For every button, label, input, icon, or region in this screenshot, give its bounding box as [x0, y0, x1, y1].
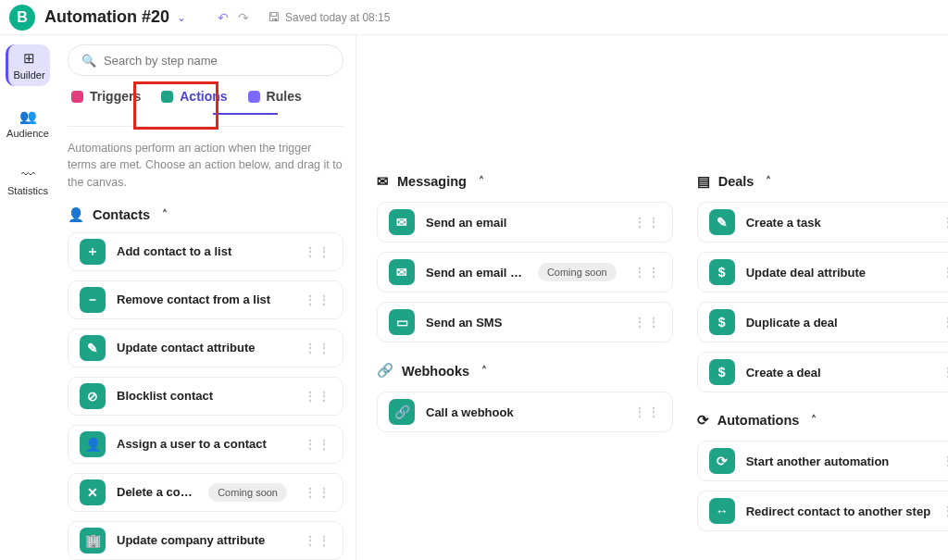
save-icon: 🖫	[268, 10, 280, 24]
action-duplicate-deal[interactable]: $ Duplicate a deal ⋮⋮	[697, 302, 948, 342]
card-label: Create a task	[746, 216, 930, 230]
user-delete-icon: ✕	[80, 479, 106, 505]
section-head-automations[interactable]: ⟳ Automations ˄	[697, 413, 948, 428]
tab-actions-label: Actions	[180, 89, 227, 104]
section-head-messaging[interactable]: ✉ Messaging ˄	[377, 174, 673, 189]
section-head-contacts[interactable]: 👤 Contacts ˄	[68, 207, 343, 223]
tab-actions[interactable]: Actions	[161, 89, 227, 104]
step-type-tabs: Triggers Actions Rules	[68, 89, 343, 104]
action-update-contact-attribute[interactable]: ✎ Update contact attribute ⋮⋮	[68, 329, 343, 367]
action-update-company-attribute[interactable]: 🏢 Update company attribute ⋮⋮	[68, 521, 343, 560]
chevron-down-icon[interactable]: ⌄	[177, 11, 186, 24]
tab-triggers-label: Triggers	[90, 89, 141, 104]
action-create-deal[interactable]: $ Create a deal ⋮⋮	[697, 352, 948, 392]
saved-text: Saved today at 08:15	[285, 11, 390, 24]
builder-icon: ⊞	[23, 50, 35, 67]
drag-handle-icon[interactable]: ⋮⋮	[304, 437, 331, 452]
drag-handle-icon[interactable]: ⋮⋮	[304, 341, 331, 355]
section-head-webhooks[interactable]: 🔗 Webhooks ˄	[377, 363, 673, 379]
drag-handle-icon[interactable]: ⋮⋮	[633, 265, 661, 280]
dollar-icon: $	[709, 309, 735, 335]
search-input[interactable]	[104, 54, 330, 68]
action-call-webhook[interactable]: 🔗 Call a webhook ⋮⋮	[377, 392, 673, 432]
section-webhooks-title: Webhooks	[402, 364, 469, 379]
drag-handle-icon[interactable]: ⋮⋮	[633, 315, 661, 330]
nav-audience[interactable]: 👥 Audience	[6, 103, 50, 144]
nav-builder[interactable]: ⊞ Builder	[6, 44, 50, 86]
card-label: Duplicate a deal	[746, 316, 930, 330]
action-remove-contact-from-list[interactable]: － Remove contact from a list ⋮⋮	[68, 280, 343, 319]
action-send-sms[interactable]: ▭ Send an SMS ⋮⋮	[377, 302, 673, 342]
tabs-divider	[68, 126, 343, 127]
undo-icon[interactable]: ↶	[218, 10, 229, 25]
statistics-icon: 〰	[21, 167, 35, 182]
action-send-email-notification[interactable]: ✉ Send an email notifi… Coming soon ⋮⋮	[377, 252, 673, 292]
drag-handle-icon[interactable]: ⋮⋮	[633, 215, 661, 230]
page-title: Automation #20	[44, 7, 169, 27]
card-label: Send an email notifi…	[426, 266, 527, 280]
card-label: Delete a contact	[117, 485, 197, 499]
drag-handle-icon[interactable]: ⋮⋮	[942, 504, 948, 518]
card-label: Call a webhook	[426, 405, 622, 419]
coming-soon-badge: Coming soon	[538, 263, 617, 281]
block-icon: ⊘	[80, 383, 106, 409]
chevron-up-icon: ˄	[811, 414, 817, 427]
nav-statistics[interactable]: 〰 Statistics	[6, 161, 50, 202]
contacts-icon: 👤	[68, 207, 84, 223]
loop-icon: ⟳	[709, 448, 735, 474]
drag-handle-icon[interactable]: ⋮⋮	[942, 365, 948, 380]
card-label: Blocklist contact	[117, 389, 293, 403]
action-create-task[interactable]: ✎ Create a task ⋮⋮	[697, 202, 948, 243]
drag-handle-icon[interactable]: ⋮⋮	[304, 533, 331, 548]
nav-builder-label: Builder	[13, 69, 44, 81]
assign-user-icon: 👤	[80, 431, 106, 457]
chevron-up-icon: ˄	[481, 365, 487, 378]
drag-handle-icon[interactable]: ⋮⋮	[942, 454, 948, 468]
action-start-another-automation[interactable]: ⟳ Start another automation ⋮⋮	[697, 441, 948, 481]
brand-logo: B	[9, 5, 35, 31]
drag-handle-icon[interactable]: ⋮⋮	[304, 485, 331, 500]
drag-handle-icon[interactable]: ⋮⋮	[942, 265, 948, 280]
tab-triggers[interactable]: Triggers	[71, 89, 141, 104]
chevron-up-icon: ˄	[162, 208, 168, 221]
nav-audience-label: Audience	[6, 128, 49, 139]
task-icon: ✎	[709, 209, 735, 235]
action-delete-contact[interactable]: ✕ Delete a contact Coming soon ⋮⋮	[68, 473, 343, 512]
user-plus-icon: ＋	[80, 239, 106, 265]
action-add-contact-to-list[interactable]: ＋ Add contact to a list ⋮⋮	[68, 232, 343, 271]
card-label: Update company attribute	[117, 533, 293, 547]
section-messaging-title: Messaging	[397, 174, 467, 189]
drag-handle-icon[interactable]: ⋮⋮	[633, 404, 661, 419]
drag-handle-icon[interactable]: ⋮⋮	[942, 215, 948, 230]
chevron-up-icon: ˄	[766, 175, 771, 188]
section-automations-title: Automations	[717, 413, 800, 428]
card-label: Remove contact from a list	[117, 292, 293, 306]
drag-handle-icon[interactable]: ⋮⋮	[304, 244, 331, 259]
action-update-deal-attribute[interactable]: $ Update deal attribute ⋮⋮	[697, 252, 948, 292]
drag-handle-icon[interactable]: ⋮⋮	[304, 292, 331, 307]
action-redirect-contact[interactable]: ↔ Redirect contact to another step ⋮⋮	[697, 491, 948, 531]
action-assign-user-to-contact[interactable]: 👤 Assign a user to a contact ⋮⋮	[68, 425, 343, 464]
card-label: Add contact to a list	[117, 244, 293, 258]
drag-handle-icon[interactable]: ⋮⋮	[304, 389, 331, 404]
search-icon: 🔍	[81, 54, 96, 68]
action-send-email[interactable]: ✉ Send an email ⋮⋮	[377, 202, 673, 243]
active-tab-underline	[213, 113, 278, 115]
deals-icon: ▤	[697, 174, 710, 189]
panel-description: Automations perform an action when the t…	[68, 140, 343, 190]
card-label: Update deal attribute	[746, 266, 930, 280]
coming-soon-badge: Coming soon	[208, 483, 287, 502]
dollar-icon: $	[709, 359, 735, 385]
tab-rules[interactable]: Rules	[248, 89, 302, 104]
section-head-deals[interactable]: ▤ Deals ˄	[697, 174, 948, 189]
user-minus-icon: －	[80, 287, 106, 313]
redo-icon[interactable]: ↷	[238, 10, 249, 25]
left-nav-rail: ⊞ Builder 👥 Audience 〰 Statistics	[0, 35, 56, 560]
app-header: B Automation #20 ⌄ ↶ ↷ 🖫 Saved today at …	[0, 0, 948, 35]
action-blocklist-contact[interactable]: ⊘ Blocklist contact ⋮⋮	[68, 377, 343, 416]
search-box[interactable]: 🔍	[68, 44, 343, 76]
drag-handle-icon[interactable]: ⋮⋮	[942, 315, 948, 330]
card-label: Update contact attribute	[117, 341, 293, 355]
company-icon: 🏢	[80, 528, 106, 554]
audience-icon: 👥	[19, 108, 37, 125]
